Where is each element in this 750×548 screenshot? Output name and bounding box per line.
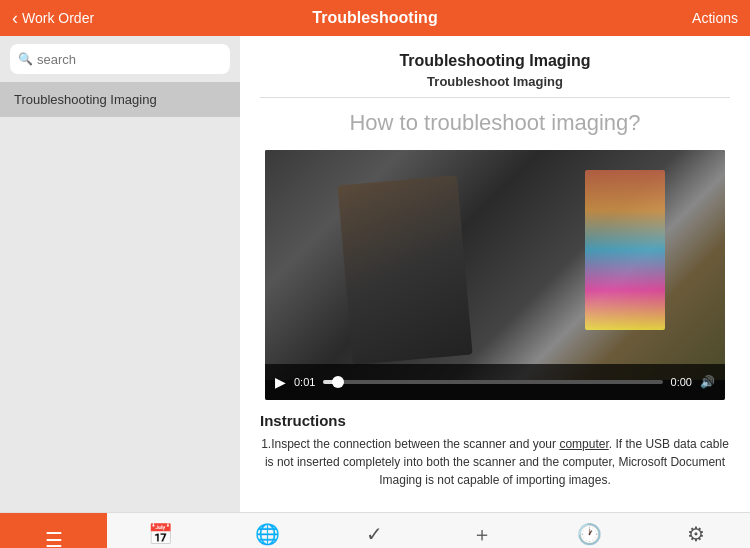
video-still xyxy=(265,150,725,380)
back-chevron-icon: ‹ xyxy=(12,9,18,27)
search-icon: 🔍 xyxy=(18,52,33,66)
sidebar-item-troubleshooting-imaging[interactable]: Troubleshooting Imaging xyxy=(0,82,240,117)
tab-tools[interactable]: ⚙ Tools xyxy=(643,513,750,548)
tab-new-item[interactable]: ＋ New Item xyxy=(429,513,536,548)
header-title: Troubleshooting xyxy=(312,9,437,27)
tab-calendar[interactable]: 📅 Calendar xyxy=(107,513,214,548)
progress-bar[interactable] xyxy=(323,380,662,384)
computer-link[interactable]: computer xyxy=(559,437,608,451)
sidebar-search: 🔍 xyxy=(0,36,240,82)
tasks-icon: ✓ xyxy=(366,522,383,546)
calendar-icon: 📅 xyxy=(148,522,173,546)
recently-created-icon: 🕐 xyxy=(577,522,602,546)
tab-work-order[interactable]: ☰ xyxy=(0,513,107,548)
header: ‹ Work Order Troubleshooting Actions xyxy=(0,0,750,36)
back-button[interactable]: ‹ Work Order xyxy=(12,9,94,27)
content-main-title: Troubleshooting Imaging xyxy=(260,52,730,70)
tools-icon: ⚙ xyxy=(687,522,705,546)
tab-tasks[interactable]: ✓ Tasks xyxy=(321,513,428,548)
new-item-icon: ＋ xyxy=(472,521,492,548)
back-label: Work Order xyxy=(22,10,94,26)
search-box[interactable]: 🔍 xyxy=(10,44,230,74)
content-question: How to troubleshoot imaging? xyxy=(260,110,730,136)
actions-button[interactable]: Actions xyxy=(692,10,738,26)
hamburger-icon: ☰ xyxy=(45,528,63,549)
time-start: 0:01 xyxy=(294,376,315,388)
progress-dot xyxy=(332,376,344,388)
search-input[interactable] xyxy=(37,52,222,67)
sidebar: 🔍 Troubleshooting Imaging xyxy=(0,36,240,512)
main-layout: 🔍 Troubleshooting Imaging Troubleshootin… xyxy=(0,36,750,512)
explore-icon: 🌐 xyxy=(255,522,280,546)
content-area: Troubleshooting Imaging Troubleshoot Ima… xyxy=(240,36,750,512)
instructions-title: Instructions xyxy=(260,412,730,429)
play-button[interactable]: ▶ xyxy=(275,374,286,390)
content-divider xyxy=(260,97,730,98)
video-controls: ▶ 0:01 0:00 🔊 xyxy=(265,364,725,400)
tab-explore[interactable]: 🌐 Explore xyxy=(214,513,321,548)
content-sub-title: Troubleshoot Imaging xyxy=(260,74,730,89)
time-end: 0:00 xyxy=(671,376,692,388)
tab-recently-created[interactable]: 🕐 Recently Created xyxy=(536,513,643,548)
progress-fill xyxy=(323,380,340,384)
instructions-text: 1.Inspect the connection between the sca… xyxy=(260,435,730,489)
video-player[interactable]: ▶ 0:01 0:00 🔊 xyxy=(265,150,725,400)
volume-icon[interactable]: 🔊 xyxy=(700,375,715,389)
tab-bar: ☰ 📅 Calendar 🌐 Explore ✓ Tasks ＋ New Ite… xyxy=(0,512,750,548)
